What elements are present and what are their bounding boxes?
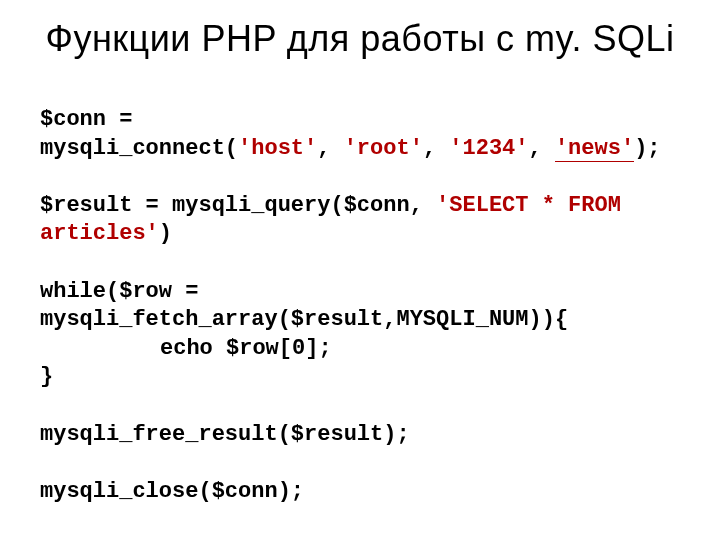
code-func: mysqli_close: [40, 479, 198, 504]
code-text: ($result,MYSQLI_NUM)){: [278, 307, 568, 332]
slide: Функции PHP для работы с my. SQLi $conn …: [0, 0, 720, 540]
code-keyword: while: [40, 279, 106, 304]
code-text: ($row =: [106, 279, 212, 304]
code-text: ($result);: [278, 422, 410, 447]
slide-title: Функции PHP для работы с my. SQLi: [40, 18, 680, 59]
code-string: articles': [40, 221, 159, 246]
code-text: $conn =: [40, 107, 146, 132]
code-text: ,: [317, 136, 343, 161]
code-text: }: [40, 364, 53, 389]
code-text: );: [634, 136, 660, 161]
code-string: '1234': [449, 136, 528, 161]
code-string: 'root': [344, 136, 423, 161]
code-string: 'host': [238, 136, 317, 161]
code-func: mysqli_connect: [40, 136, 225, 161]
code-block: $conn = mysqli_connect('host', 'root', '…: [40, 77, 680, 535]
code-string: 'SELECT * FROM: [436, 193, 621, 218]
code-func: mysqli_query: [172, 193, 330, 218]
code-text: ($conn);: [198, 479, 304, 504]
code-text: $result =: [40, 193, 172, 218]
code-func: mysqli_free_result: [40, 422, 278, 447]
code-string: 'news': [555, 136, 634, 162]
code-text: (: [225, 136, 238, 161]
code-text: ,: [529, 136, 555, 161]
code-keyword: echo: [160, 336, 226, 361]
code-text: ,: [423, 136, 449, 161]
code-text: ): [159, 221, 172, 246]
code-text: $row[0];: [226, 336, 332, 361]
code-func: mysqli_fetch_array: [40, 307, 278, 332]
code-text: ($conn,: [330, 193, 436, 218]
